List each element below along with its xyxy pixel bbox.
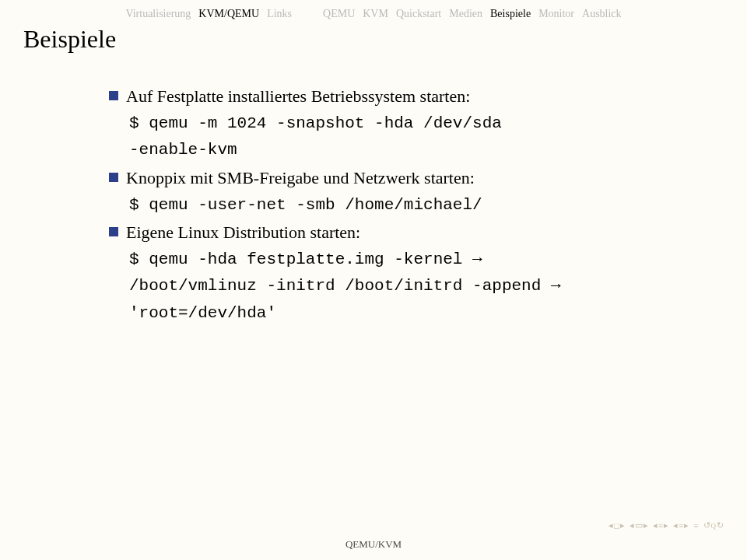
list-item: Auf Festplatte installiertes Betriebssys… bbox=[109, 84, 700, 109]
nav-virtualisierung[interactable]: Virtualisierung bbox=[125, 8, 191, 20]
code-line: $ qemu -m 1024 -snapshot -hda /dev/sda bbox=[129, 112, 700, 135]
undo-button[interactable]: ↺Q↻ bbox=[703, 520, 724, 530]
nav-monitor[interactable]: Monitor bbox=[538, 8, 574, 20]
first-slide-button[interactable]: ◂□▸ bbox=[608, 520, 625, 530]
nav-ausblick[interactable]: Ausblick bbox=[582, 8, 622, 20]
bullet-icon bbox=[109, 173, 118, 182]
nav-medien[interactable]: Medien bbox=[449, 8, 482, 20]
nav-beispiele[interactable]: Beispiele bbox=[490, 8, 531, 20]
bullet-icon bbox=[109, 91, 118, 100]
list-item: Eigene Linux Distribution starten: bbox=[109, 220, 700, 245]
list-item: Knoppix mit SMB-Freigabe und Netzwerk st… bbox=[109, 166, 700, 191]
code-line: $ qemu -hda festplatte.img -kernel → bbox=[129, 248, 700, 271]
item-text: Auf Festplatte installiertes Betriebssys… bbox=[126, 86, 470, 106]
nav-links[interactable]: Links bbox=[267, 8, 292, 20]
prev-slide-button[interactable]: ◂≡▸ bbox=[653, 520, 668, 530]
bullet-icon bbox=[109, 227, 118, 236]
nav-kvm-qemu[interactable]: KVM/QEMU bbox=[198, 8, 259, 20]
page-title: Beispiele bbox=[23, 25, 116, 54]
code-line: $ qemu -user-net -smb /home/michael/ bbox=[129, 194, 700, 217]
nav-kvm[interactable]: KVM bbox=[363, 8, 388, 20]
breadcrumb-nav: Virtualisierung KVM/QEMU Links QEMU KVM … bbox=[0, 8, 747, 20]
item-text: Eigene Linux Distribution starten: bbox=[126, 222, 360, 242]
nav-group-right: QEMU KVM Quickstart Medien Beispiele Mon… bbox=[323, 8, 622, 20]
footer: QEMU/KVM bbox=[0, 538, 747, 551]
nav-quickstart[interactable]: Quickstart bbox=[396, 8, 441, 20]
code-line: -enable-kvm bbox=[129, 138, 700, 162]
outline-icon[interactable]: ≡ bbox=[693, 521, 698, 530]
prev-section-button[interactable]: ◂▭▸ bbox=[630, 520, 648, 530]
code-line: 'root=/dev/hda' bbox=[129, 302, 700, 325]
nav-controls: ◂□▸ ◂▭▸ ◂≡▸ ◂≡▸ ≡ ↺Q↻ bbox=[608, 520, 724, 530]
code-line: /boot/vmlinuz -initrd /boot/initrd -appe… bbox=[129, 275, 700, 298]
item-text: Knoppix mit SMB-Freigabe und Netzwerk st… bbox=[126, 168, 475, 187]
nav-group-left: Virtualisierung KVM/QEMU Links bbox=[125, 8, 292, 20]
content: Auf Festplatte installiertes Betriebssys… bbox=[109, 84, 700, 328]
next-slide-button[interactable]: ◂≡▸ bbox=[673, 520, 689, 530]
nav-qemu[interactable]: QEMU bbox=[323, 8, 355, 20]
